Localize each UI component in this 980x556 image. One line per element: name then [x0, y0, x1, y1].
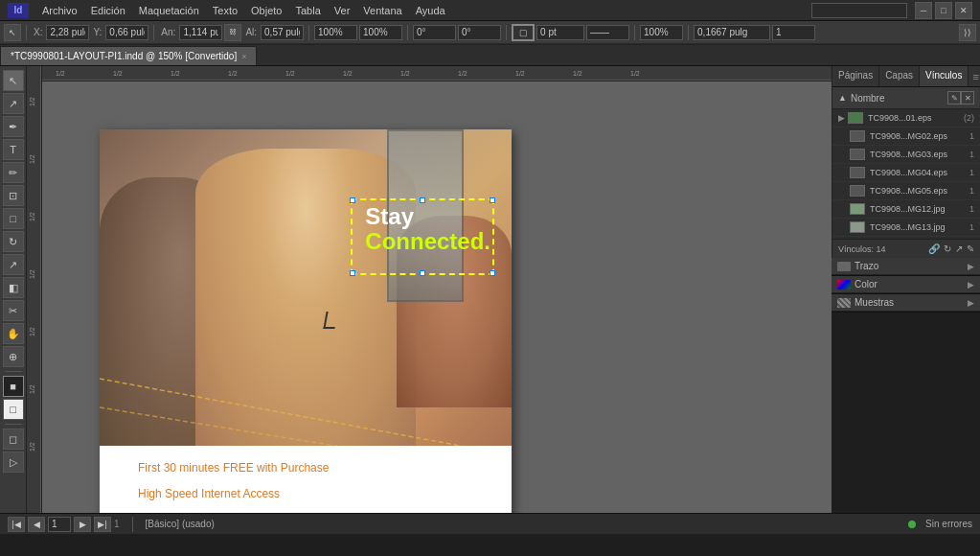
link-num-4: 1: [969, 186, 974, 196]
minimize-button[interactable]: ─: [915, 2, 932, 19]
stay-connected-text-block: Stay Connected.: [365, 204, 490, 255]
x-input[interactable]: [46, 25, 89, 40]
last-page-btn[interactable]: ▶|: [94, 517, 111, 532]
h-input[interactable]: [261, 25, 304, 40]
tool-preview-mode[interactable]: ▷: [3, 452, 24, 473]
tool-gradient[interactable]: ◧: [3, 277, 24, 298]
num2-input[interactable]: [772, 25, 815, 40]
style-label: [Básico] (usado): [146, 519, 215, 529]
menu-objeto[interactable]: Objeto: [245, 3, 287, 18]
nombre-header: Nombre: [851, 93, 885, 104]
h-label: Al:: [243, 27, 259, 37]
tab-close-button[interactable]: ×: [241, 52, 246, 61]
photo-area: Stay Connected.: [100, 129, 512, 446]
link-num-2: 1: [969, 150, 974, 159]
first-page-btn[interactable]: |◀: [8, 517, 25, 532]
menu-tabla[interactable]: Tabla: [289, 3, 326, 18]
prev-page-btn[interactable]: ◀: [28, 517, 45, 532]
close-button[interactable]: ✕: [955, 2, 972, 19]
edit-original-icon[interactable]: ✎: [967, 243, 974, 254]
link-item-3[interactable]: TC9908...MG04.eps 1: [832, 164, 980, 182]
stroke-input[interactable]: [536, 25, 584, 40]
next-page-btn[interactable]: ▶: [74, 517, 91, 532]
relink-icon[interactable]: 🔗: [928, 243, 940, 254]
page-number-input[interactable]: [48, 517, 71, 532]
close-panel-icon[interactable]: ✕: [961, 91, 974, 104]
color-panel-label: Color: [855, 279, 877, 290]
tool-select[interactable]: ↖: [4, 24, 21, 41]
shear-input[interactable]: [458, 25, 501, 40]
link-item-4[interactable]: TC9908...MG05.eps 1: [832, 182, 980, 200]
swatches-expand-icon[interactable]: ▶: [968, 298, 974, 308]
menu-ver[interactable]: Ver: [329, 3, 356, 18]
stroke-style-input[interactable]: [586, 25, 629, 40]
svg-text:1/2: 1/2: [515, 70, 525, 77]
link-thumb-4: [850, 185, 865, 197]
goto-link-icon[interactable]: ↗: [955, 243, 963, 254]
link-item-5[interactable]: TC9908...MG12.jpg 1: [832, 200, 980, 219]
link-item-6[interactable]: TC9908...MG13.jpg 1: [832, 219, 980, 237]
tool-hand[interactable]: ✋: [3, 323, 24, 344]
link-name-3: TC9908...MG04.eps: [870, 168, 967, 177]
link-thumb-3: [850, 167, 865, 178]
svg-text:1/2: 1/2: [29, 212, 35, 221]
link-item-0[interactable]: ▶ TC9908...01.eps (2): [832, 109, 980, 127]
link-thumb-5: [850, 203, 865, 215]
status-sep1: [132, 517, 133, 532]
restore-button[interactable]: □: [935, 2, 952, 19]
grid-input[interactable]: [694, 25, 770, 40]
tool-scissors[interactable]: ✂: [3, 300, 24, 321]
tool-type[interactable]: T: [3, 139, 24, 160]
stroke-expand-icon[interactable]: ▶: [968, 262, 974, 271]
link-item-1[interactable]: TC9908...MG02.eps 1: [832, 127, 980, 146]
stroke-panel-header[interactable]: Trazo ▶: [832, 258, 980, 275]
fill-color-swatch[interactable]: ■: [3, 376, 24, 397]
sep1: [26, 25, 27, 40]
tab-vinculos[interactable]: Vínculos: [920, 66, 968, 86]
document-tab[interactable]: *TC9990801-LAYOUT-PI1.indd @ 150% [Conve…: [0, 46, 257, 65]
color-expand-icon[interactable]: ▶: [968, 280, 974, 290]
stroke-color-swatch[interactable]: □: [3, 399, 24, 420]
percent2-input[interactable]: [359, 25, 402, 40]
svg-text:1/2: 1/2: [573, 70, 582, 77]
workspace-selector[interactable]: Aspectos esenciales: [811, 3, 907, 18]
tool-normal-mode[interactable]: ◻: [3, 429, 24, 450]
y-input[interactable]: [105, 25, 148, 40]
link-name-0: TC9908...01.eps: [868, 113, 961, 123]
tool-pencil[interactable]: ✏: [3, 162, 24, 183]
menu-maquetacion[interactable]: Maquetación: [133, 3, 205, 18]
rotation-input[interactable]: [413, 25, 456, 40]
panel-menu-icon[interactable]: ≡: [969, 66, 980, 86]
swatches-panel: Muestras ▶: [832, 294, 980, 313]
edit-icon[interactable]: ✎: [947, 91, 961, 104]
fill-btn[interactable]: ▢: [512, 24, 535, 41]
color-panel-header[interactable]: Color ▶: [832, 276, 980, 293]
link-item-2[interactable]: TC9908...MG03.eps 1: [832, 146, 980, 164]
menu-texto[interactable]: Texto: [207, 3, 243, 18]
tool-direct-select[interactable]: ↗: [3, 93, 24, 114]
constrain-btn[interactable]: ⛓: [224, 24, 241, 41]
sep2: [153, 25, 154, 40]
tab-capas[interactable]: Capas: [879, 66, 919, 86]
tool-pen[interactable]: ✒: [3, 116, 24, 137]
tool-rectangle-frame[interactable]: ⊡: [3, 185, 24, 206]
menu-ayuda[interactable]: Ayuda: [410, 3, 451, 18]
tool-rotate[interactable]: ↻: [3, 231, 24, 252]
tool-scale[interactable]: ↗: [3, 254, 24, 275]
percent1-input[interactable]: [314, 25, 357, 40]
opacity-input[interactable]: [640, 25, 683, 40]
canvas-area[interactable]: 1/2 1/2 1/2 1/2 1/2 1/2 1/2 1/2 1/2 1/2 …: [27, 66, 832, 513]
tool-rectangle[interactable]: □: [3, 208, 24, 229]
tool-zoom[interactable]: ⊕: [3, 346, 24, 367]
swatches-panel-header[interactable]: Muestras ▶: [832, 294, 980, 312]
menu-edicion[interactable]: Edición: [85, 3, 131, 18]
links-footer: Vínculos: 14 🔗 ↻ ↗ ✎: [832, 239, 980, 258]
update-link-icon[interactable]: ↻: [944, 243, 951, 254]
tool-arrow[interactable]: ↖: [3, 70, 24, 91]
menu-archivo[interactable]: Archivo: [36, 3, 83, 18]
canvas-content: Stay Connected. First 30 minutes: [42, 81, 832, 513]
menu-ventana[interactable]: Ventana: [357, 3, 407, 18]
tab-paginas[interactable]: Páginas: [832, 66, 878, 86]
panel-toggle-btn[interactable]: ⟩⟩: [959, 24, 976, 41]
w-input[interactable]: [179, 25, 222, 40]
